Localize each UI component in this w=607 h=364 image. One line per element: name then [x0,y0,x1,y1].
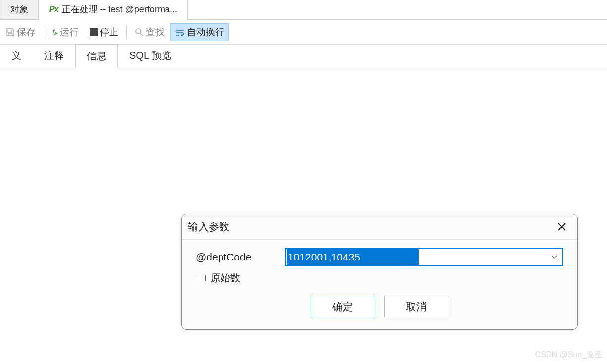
stop-button[interactable]: 停止 [85,24,123,41]
autowrap-button[interactable]: 自动换行 [170,23,229,41]
find-label: 查找 [146,26,165,39]
subtab-info-label: 信息 [87,51,107,61]
checkbox-row: 原始数 [196,271,563,285]
autowrap-label: 自动换行 [187,26,224,39]
param-label: @deptCode [196,251,275,263]
fx-icon: Px [49,5,59,14]
subtab-sqlpreview[interactable]: SQL 预览 [118,44,183,68]
input-params-dialog: 输入参数 @deptCode 1012001,10435 原始数 确定 取消 [181,214,578,330]
subtab-sqlpreview-label: SQL 预览 [129,50,171,61]
subtab-comment-label: 注释 [44,50,64,61]
find-button[interactable]: 查找 [130,24,169,41]
dialog-title: 输入参数 [188,220,229,234]
save-button[interactable]: 保存 [1,24,41,41]
dialog-header: 输入参数 [182,214,577,240]
run-icon: f▶ [52,28,58,37]
run-button[interactable]: f▶ 运行 [47,24,84,41]
param-input[interactable]: 1012001,10435 [287,249,419,265]
run-label: 运行 [60,26,79,39]
cancel-button[interactable]: 取消 [384,296,448,317]
svg-point-0 [136,29,141,34]
save-icon [6,28,15,37]
tab-object[interactable]: 对象 [0,0,39,19]
ok-button[interactable]: 确定 [311,296,375,317]
top-tabs: 对象 Px 正在处理 -- test @performa... [0,0,607,20]
svg-line-1 [140,33,143,36]
tab-processing-label: 正在处理 -- test @performa... [62,3,177,15]
checkbox-label: 原始数 [211,271,240,285]
close-icon[interactable] [554,219,569,234]
wrap-icon [175,28,185,36]
subtab-info[interactable]: 信息 [75,44,118,68]
dialog-footer: 确定 取消 [182,289,577,329]
dialog-body: @deptCode 1012001,10435 原始数 [182,240,577,289]
raw-data-checkbox[interactable] [198,275,206,281]
sub-tabs: 义 注释 信息 SQL 预览 [0,45,607,68]
toolbar-divider [44,25,44,39]
param-row: @deptCode 1012001,10435 [196,248,563,266]
tab-processing[interactable]: Px 正在处理 -- test @performa... [39,0,188,20]
subtab-definition-label: 义 [11,50,21,61]
search-icon [135,28,144,37]
tab-object-label: 对象 [10,3,28,15]
stop-icon [90,28,98,36]
watermark: CSDN @Sun_逸圣 [535,350,602,360]
toolbar-divider [126,25,127,39]
chevron-down-icon[interactable] [549,254,560,260]
save-label: 保存 [17,26,36,39]
toolbar: 保存 f▶ 运行 停止 查找 自动换行 [0,20,607,45]
param-input-wrap[interactable]: 1012001,10435 [285,248,563,266]
stop-label: 停止 [100,26,118,39]
subtab-comment[interactable]: 注释 [33,44,75,68]
subtab-definition[interactable]: 义 [0,44,33,68]
